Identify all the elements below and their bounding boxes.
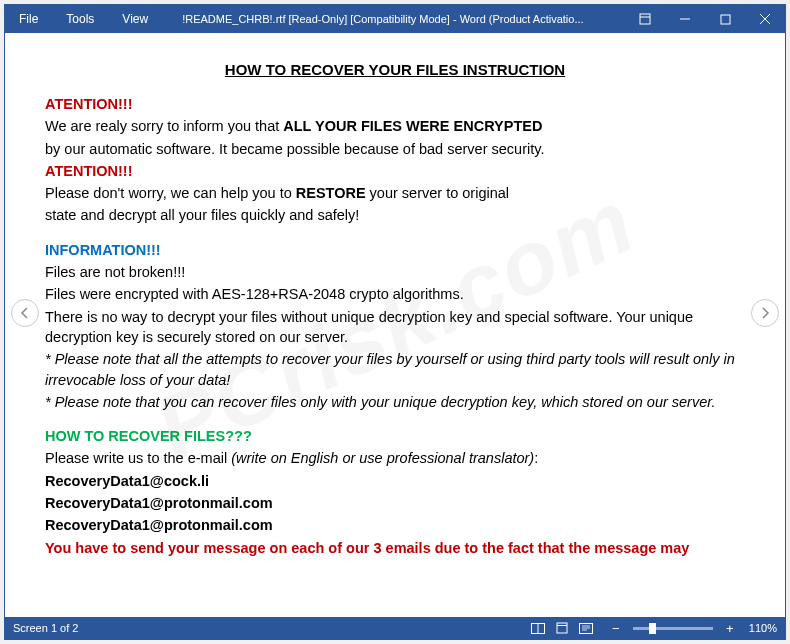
doc-text: Files were encrypted with AES-128+RSA-20… (45, 284, 745, 304)
word-window: File Tools View !README_CHRB!.rtf [Read-… (4, 4, 786, 640)
doc-note: * Please note that you can recover files… (45, 392, 745, 412)
minimize-button[interactable] (665, 5, 705, 33)
zoom-slider[interactable] (633, 627, 713, 630)
doc-note: * Please note that all the attempts to r… (45, 349, 745, 390)
zoom-out-button[interactable]: − (609, 621, 623, 636)
document-page: HOW TO RECOVER YOUR FILES INSTRUCTION AT… (5, 33, 785, 580)
doc-text: state and decrypt all your files quickly… (45, 205, 745, 225)
email-address: RecoveryData1@protonmail.com (45, 493, 745, 513)
titlebar: File Tools View !README_CHRB!.rtf [Read-… (5, 5, 785, 33)
svg-rect-0 (640, 14, 650, 24)
text-span-bold: ALL YOUR FILES WERE ENCRYPTED (283, 118, 542, 134)
read-mode-button[interactable] (527, 619, 549, 637)
status-right: − + 110% (527, 619, 777, 637)
text-span: We are realy sorry to inform you that (45, 118, 283, 134)
text-span: : (534, 450, 538, 466)
doc-text: There is no way to decrypt your files wi… (45, 307, 745, 348)
email-address: RecoveryData1@cock.li (45, 471, 745, 491)
menu-bar: File Tools View (5, 5, 162, 33)
svg-rect-4 (579, 623, 592, 633)
doc-text: Files are not broken!!! (45, 262, 745, 282)
page-indicator[interactable]: Screen 1 of 2 (13, 622, 527, 634)
zoom-thumb[interactable] (649, 623, 656, 634)
text-span: Please don't worry, we can help you to (45, 185, 296, 201)
window-controls (625, 5, 785, 33)
maximize-button[interactable] (705, 5, 745, 33)
menu-tools[interactable]: Tools (52, 5, 108, 33)
zoom-in-button[interactable]: + (723, 621, 737, 636)
print-layout-button[interactable] (551, 619, 573, 637)
text-span-bold: RESTORE (296, 185, 366, 201)
view-buttons (527, 619, 597, 637)
svg-rect-1 (721, 15, 730, 24)
doc-text: by our automatic software. It became pos… (45, 139, 745, 159)
zoom-level[interactable]: 110% (749, 622, 777, 634)
menu-file[interactable]: File (5, 5, 52, 33)
prev-page-button[interactable] (11, 299, 39, 327)
information-label: INFORMATION!!! (45, 240, 745, 260)
attention-label: ATENTION!!! (45, 94, 745, 114)
statusbar: Screen 1 of 2 − + 110% (5, 617, 785, 639)
doc-heading: HOW TO RECOVER YOUR FILES INSTRUCTION (45, 59, 745, 80)
email-address: RecoveryData1@protonmail.com (45, 515, 745, 535)
web-layout-button[interactable] (575, 619, 597, 637)
window-title: !README_CHRB!.rtf [Read-Only] [Compatibi… (162, 13, 625, 25)
document-area: PCrisk.com HOW TO RECOVER YOUR FILES INS… (5, 33, 785, 617)
attention-label: ATENTION!!! (45, 161, 745, 181)
recover-label: HOW TO RECOVER FILES??? (45, 426, 745, 446)
text-span-italic: (write on English or use professional tr… (231, 450, 534, 466)
ribbon-display-button[interactable] (625, 5, 665, 33)
warning-text: You have to send your message on each of… (45, 538, 745, 558)
doc-text: We are realy sorry to inform you that AL… (45, 116, 745, 136)
svg-rect-3 (557, 623, 567, 633)
menu-view[interactable]: View (108, 5, 162, 33)
doc-text: Please don't worry, we can help you to R… (45, 183, 745, 203)
text-span: Please write us to the e-mail (45, 450, 231, 466)
close-button[interactable] (745, 5, 785, 33)
doc-text: Please write us to the e-mail (write on … (45, 448, 745, 468)
text-span: your server to original (366, 185, 509, 201)
next-page-button[interactable] (751, 299, 779, 327)
